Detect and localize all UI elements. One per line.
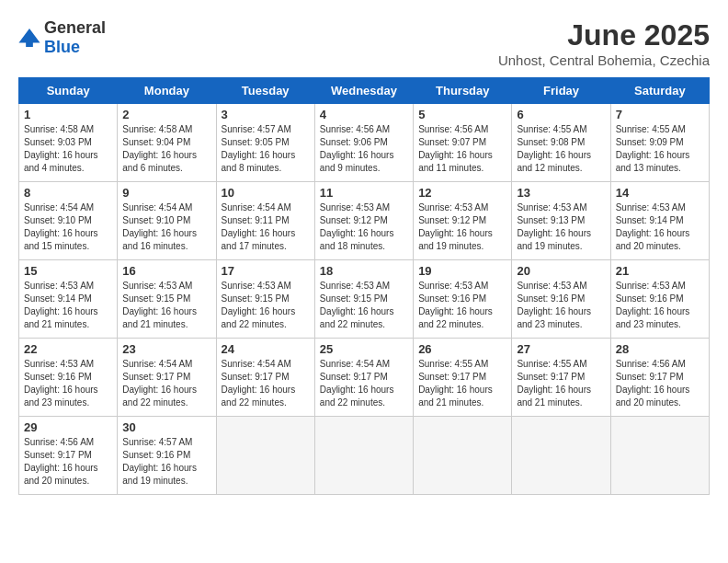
day-number: 23	[122, 342, 210, 356]
day-number: 18	[320, 264, 408, 278]
calendar-cell: 9Sunrise: 4:54 AMSunset: 9:10 PMDaylight…	[118, 182, 216, 260]
month-title: June 2025	[498, 18, 710, 52]
calendar-cell: 11Sunrise: 4:53 AMSunset: 9:12 PMDayligh…	[314, 182, 413, 260]
calendar-cell: 16Sunrise: 4:53 AMSunset: 9:15 PMDayligh…	[118, 260, 216, 339]
cell-info: Sunrise: 4:55 AMSunset: 9:08 PMDaylight:…	[517, 124, 591, 173]
header: General Blue June 2025 Unhost, Central B…	[18, 18, 710, 68]
day-number: 8	[24, 186, 112, 200]
weekday-header-monday: Monday	[118, 78, 216, 104]
location-subtitle: Unhost, Central Bohemia, Czechia	[498, 52, 710, 68]
cell-info: Sunrise: 4:53 AMSunset: 9:16 PMDaylight:…	[517, 281, 591, 329]
day-number: 21	[616, 264, 704, 278]
cell-info: Sunrise: 4:56 AMSunset: 9:07 PMDaylight:…	[418, 124, 493, 173]
calendar-cell: 19Sunrise: 4:53 AMSunset: 9:16 PMDayligh…	[414, 260, 512, 339]
calendar-cell: 22Sunrise: 4:53 AMSunset: 9:16 PMDayligh…	[19, 339, 118, 417]
weekday-header-sunday: Sunday	[19, 78, 118, 104]
calendar-cell: 15Sunrise: 4:53 AMSunset: 9:14 PMDayligh…	[19, 260, 118, 339]
cell-info: Sunrise: 4:53 AMSunset: 9:12 PMDaylight:…	[320, 202, 394, 251]
day-number: 14	[616, 186, 704, 200]
calendar-cell: 3Sunrise: 4:57 AMSunset: 9:05 PMDaylight…	[216, 104, 314, 182]
day-number: 29	[24, 420, 112, 434]
cell-info: Sunrise: 4:54 AMSunset: 9:17 PMDaylight:…	[122, 359, 197, 408]
cell-info: Sunrise: 4:54 AMSunset: 9:17 PMDaylight:…	[320, 359, 394, 408]
calendar-cell	[610, 417, 709, 495]
calendar-cell: 1Sunrise: 4:58 AMSunset: 9:03 PMDaylight…	[19, 104, 118, 182]
cell-info: Sunrise: 4:55 AMSunset: 9:09 PMDaylight:…	[616, 124, 690, 173]
weekday-header-saturday: Saturday	[610, 78, 709, 104]
svg-marker-0	[18, 29, 40, 47]
day-number: 3	[222, 108, 310, 121]
calendar-cell: 29Sunrise: 4:56 AMSunset: 9:17 PMDayligh…	[19, 417, 118, 495]
calendar-cell: 14Sunrise: 4:53 AMSunset: 9:14 PMDayligh…	[610, 182, 709, 260]
day-number: 30	[122, 420, 210, 434]
calendar-table: SundayMondayTuesdayWednesdayThursdayFrid…	[18, 77, 710, 495]
cell-info: Sunrise: 4:54 AMSunset: 9:10 PMDaylight:…	[24, 202, 98, 251]
calendar-cell: 20Sunrise: 4:53 AMSunset: 9:16 PMDayligh…	[512, 260, 610, 339]
calendar-cell	[512, 417, 610, 495]
calendar-cell: 17Sunrise: 4:53 AMSunset: 9:15 PMDayligh…	[216, 260, 314, 339]
cell-info: Sunrise: 4:53 AMSunset: 9:12 PMDaylight:…	[418, 202, 493, 251]
calendar-cell: 25Sunrise: 4:54 AMSunset: 9:17 PMDayligh…	[314, 339, 413, 417]
calendar-cell: 26Sunrise: 4:55 AMSunset: 9:17 PMDayligh…	[414, 339, 512, 417]
day-number: 7	[616, 108, 704, 121]
cell-info: Sunrise: 4:53 AMSunset: 9:14 PMDaylight:…	[616, 202, 690, 251]
calendar-cell: 21Sunrise: 4:53 AMSunset: 9:16 PMDayligh…	[610, 260, 709, 339]
cell-info: Sunrise: 4:57 AMSunset: 9:05 PMDaylight:…	[222, 124, 296, 173]
calendar-week-1: 1Sunrise: 4:58 AMSunset: 9:03 PMDaylight…	[19, 104, 710, 182]
cell-info: Sunrise: 4:55 AMSunset: 9:17 PMDaylight:…	[418, 359, 493, 408]
day-number: 2	[122, 108, 210, 121]
calendar-cell: 23Sunrise: 4:54 AMSunset: 9:17 PMDayligh…	[118, 339, 216, 417]
day-number: 10	[222, 186, 310, 200]
calendar-cell: 7Sunrise: 4:55 AMSunset: 9:09 PMDaylight…	[610, 104, 709, 182]
calendar-cell: 30Sunrise: 4:57 AMSunset: 9:16 PMDayligh…	[118, 417, 216, 495]
calendar-week-2: 8Sunrise: 4:54 AMSunset: 9:10 PMDaylight…	[19, 182, 710, 260]
day-number: 15	[24, 264, 112, 278]
day-number: 17	[222, 264, 310, 278]
cell-info: Sunrise: 4:53 AMSunset: 9:16 PMDaylight:…	[418, 281, 493, 329]
calendar-cell: 12Sunrise: 4:53 AMSunset: 9:12 PMDayligh…	[414, 182, 512, 260]
day-number: 11	[320, 186, 408, 200]
day-number: 4	[320, 108, 408, 121]
cell-info: Sunrise: 4:56 AMSunset: 9:17 PMDaylight:…	[616, 359, 690, 408]
weekday-header-thursday: Thursday	[414, 78, 512, 104]
cell-info: Sunrise: 4:53 AMSunset: 9:16 PMDaylight:…	[616, 281, 690, 329]
day-number: 25	[320, 342, 408, 356]
weekday-header-row: SundayMondayTuesdayWednesdayThursdayFrid…	[19, 78, 710, 104]
day-number: 24	[222, 342, 310, 356]
cell-info: Sunrise: 4:55 AMSunset: 9:17 PMDaylight:…	[517, 359, 591, 408]
calendar-cell: 6Sunrise: 4:55 AMSunset: 9:08 PMDaylight…	[512, 104, 610, 182]
cell-info: Sunrise: 4:56 AMSunset: 9:06 PMDaylight:…	[320, 124, 394, 173]
cell-info: Sunrise: 4:54 AMSunset: 9:11 PMDaylight:…	[222, 202, 296, 251]
cell-info: Sunrise: 4:53 AMSunset: 9:14 PMDaylight:…	[24, 281, 98, 329]
cell-info: Sunrise: 4:53 AMSunset: 9:15 PMDaylight:…	[222, 281, 296, 329]
calendar-cell: 8Sunrise: 4:54 AMSunset: 9:10 PMDaylight…	[19, 182, 118, 260]
day-number: 1	[24, 108, 112, 121]
calendar-cell: 2Sunrise: 4:58 AMSunset: 9:04 PMDaylight…	[118, 104, 216, 182]
day-number: 22	[24, 342, 112, 356]
weekday-header-tuesday: Tuesday	[216, 78, 314, 104]
day-number: 13	[517, 186, 605, 200]
day-number: 27	[517, 342, 605, 356]
cell-info: Sunrise: 4:53 AMSunset: 9:13 PMDaylight:…	[517, 202, 591, 251]
day-number: 6	[517, 108, 605, 121]
cell-info: Sunrise: 4:54 AMSunset: 9:10 PMDaylight:…	[122, 202, 197, 251]
logo-general-text: General	[44, 18, 106, 37]
day-number: 16	[122, 264, 210, 278]
cell-info: Sunrise: 4:54 AMSunset: 9:17 PMDaylight:…	[222, 359, 296, 408]
cell-info: Sunrise: 4:53 AMSunset: 9:15 PMDaylight:…	[320, 281, 394, 329]
calendar-cell: 18Sunrise: 4:53 AMSunset: 9:15 PMDayligh…	[314, 260, 413, 339]
day-number: 28	[616, 342, 704, 356]
day-number: 19	[418, 264, 506, 278]
cell-info: Sunrise: 4:53 AMSunset: 9:16 PMDaylight:…	[24, 359, 98, 408]
calendar-cell: 27Sunrise: 4:55 AMSunset: 9:17 PMDayligh…	[512, 339, 610, 417]
logo-icon	[18, 29, 40, 47]
title-area: June 2025 Unhost, Central Bohemia, Czech…	[498, 18, 710, 68]
day-number: 26	[418, 342, 506, 356]
weekday-header-wednesday: Wednesday	[314, 78, 413, 104]
day-number: 9	[122, 186, 210, 200]
calendar-cell	[314, 417, 413, 495]
calendar-cell: 10Sunrise: 4:54 AMSunset: 9:11 PMDayligh…	[216, 182, 314, 260]
calendar-cell: 4Sunrise: 4:56 AMSunset: 9:06 PMDaylight…	[314, 104, 413, 182]
calendar-cell	[414, 417, 512, 495]
cell-info: Sunrise: 4:53 AMSunset: 9:15 PMDaylight:…	[122, 281, 197, 329]
